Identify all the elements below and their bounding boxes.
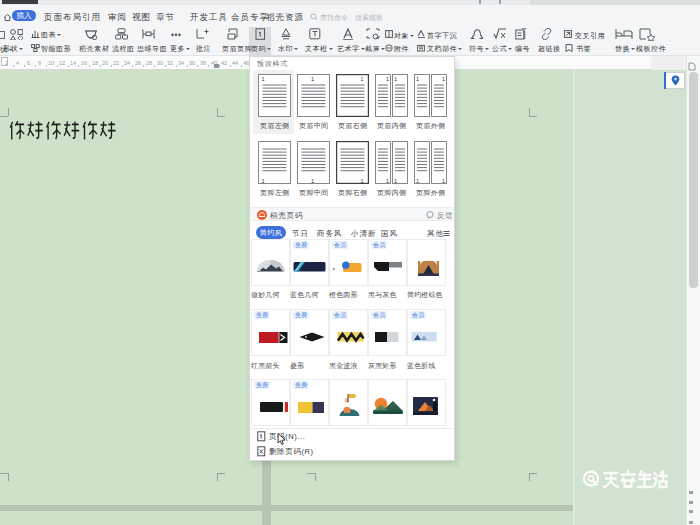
svg-text:1: 1 xyxy=(261,178,264,184)
svg-text:1: 1 xyxy=(416,76,419,82)
svg-text:1: 1 xyxy=(386,76,389,82)
svg-text:1: 1 xyxy=(394,76,397,82)
svg-text:1: 1 xyxy=(386,178,389,184)
svg-text:1: 1 xyxy=(416,178,419,184)
svg-text:1: 1 xyxy=(442,76,445,82)
svg-text:1: 1 xyxy=(442,178,445,184)
svg-text:1: 1 xyxy=(394,178,397,184)
svg-text:1: 1 xyxy=(360,178,363,184)
svg-text:1: 1 xyxy=(311,178,314,184)
svg-text:1: 1 xyxy=(311,76,314,82)
svg-text:1: 1 xyxy=(261,76,264,82)
svg-text:1: 1 xyxy=(360,76,363,82)
